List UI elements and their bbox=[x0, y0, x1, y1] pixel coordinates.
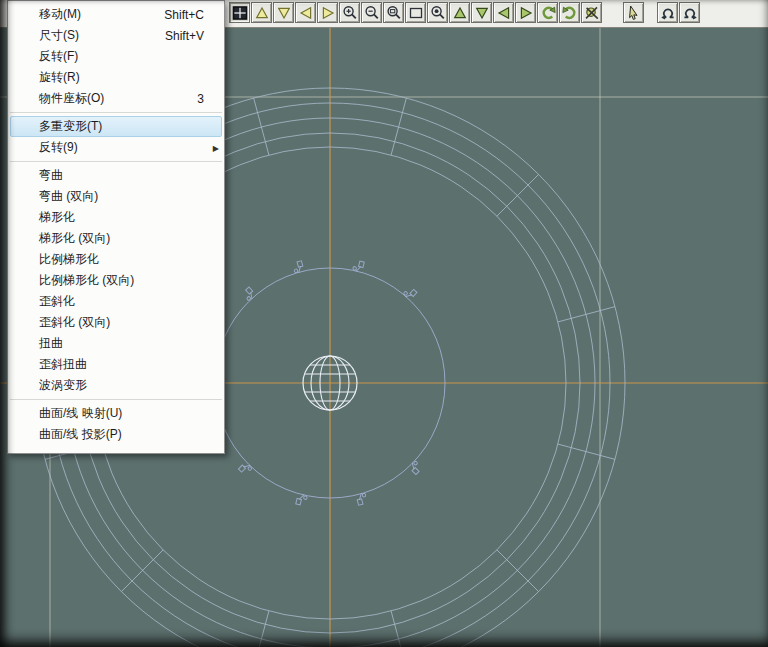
transform-context-menu: 移动(M)Shift+C尺寸(S)Shift+V反转(F)旋转(R)物件座标(O… bbox=[7, 0, 225, 454]
zoom-in-button[interactable] bbox=[339, 2, 360, 23]
menu-item-flip-9[interactable]: 反转(9)▶ bbox=[8, 137, 224, 158]
roll-ccw-button[interactable] bbox=[537, 2, 558, 23]
menu-item-label: 弯曲 bbox=[39, 167, 63, 184]
zoom-window-button[interactable] bbox=[383, 2, 404, 23]
rotate-left-button[interactable] bbox=[493, 2, 514, 23]
menu-item-shortcut: Shift+V bbox=[165, 29, 218, 43]
menu-item-label: 歪斜化 (双向) bbox=[39, 314, 110, 331]
menu-item-skew-twist[interactable]: 歪斜扭曲 bbox=[8, 354, 224, 375]
pan-left-button[interactable] bbox=[295, 2, 316, 23]
viewport-grid-icon bbox=[232, 5, 248, 21]
menu-item-label: 物件座标(O) bbox=[39, 90, 104, 107]
roll-cw-icon bbox=[562, 5, 578, 21]
menu-item-label: 移动(M) bbox=[39, 6, 81, 23]
menu-item-skew-bidirectional[interactable]: 歪斜化 (双向) bbox=[8, 312, 224, 333]
menu-item-flip[interactable]: 反转(F) bbox=[8, 46, 224, 67]
menu-item-shortcut: 3 bbox=[197, 92, 218, 106]
menu-item-proportional-taper-bidirectional[interactable]: 比例梯形化 (双向) bbox=[8, 270, 224, 291]
menu-item-multi-transform[interactable]: 多重变形(T) bbox=[10, 116, 222, 137]
zoom-rectangle-icon bbox=[408, 5, 424, 21]
menu-item-object-coordinates[interactable]: 物件座标(O)3 bbox=[8, 88, 224, 109]
menu-item-proportional-taper[interactable]: 比例梯形化 bbox=[8, 249, 224, 270]
app-window: 移动(M)Shift+C尺寸(S)Shift+V反转(F)旋转(R)物件座标(O… bbox=[0, 0, 768, 647]
menu-item-bend[interactable]: 弯曲 bbox=[8, 165, 224, 186]
menu-item-label: 梯形化 (双向) bbox=[39, 230, 110, 247]
menu-item-label: 梯形化 bbox=[39, 209, 75, 226]
menu-item-label: 多重变形(T) bbox=[39, 118, 102, 135]
menu-item-rotate[interactable]: 旋转(R) bbox=[8, 67, 224, 88]
submenu-arrow-icon: ▶ bbox=[213, 143, 219, 152]
menu-item-skew[interactable]: 歪斜化 bbox=[8, 291, 224, 312]
roll-cw-button[interactable] bbox=[559, 2, 580, 23]
menu-item-label: 反转(F) bbox=[39, 48, 78, 65]
menu-item-label: 扭曲 bbox=[39, 335, 63, 352]
viewport-grid-button[interactable] bbox=[229, 2, 250, 23]
zoom-selected-icon bbox=[430, 5, 446, 21]
menu-item-twist[interactable]: 扭曲 bbox=[8, 333, 224, 354]
menu-item-label: 比例梯形化 (双向) bbox=[39, 272, 134, 289]
pan-left-icon bbox=[298, 5, 314, 21]
rotate-up-button[interactable] bbox=[449, 2, 470, 23]
zoom-in-icon bbox=[342, 5, 358, 21]
zoom-out-icon bbox=[364, 5, 380, 21]
rotate-down-icon bbox=[474, 5, 490, 21]
menu-item-bend-bidirectional[interactable]: 弯曲 (双向) bbox=[8, 186, 224, 207]
undo-button[interactable] bbox=[657, 2, 678, 23]
rotate-down-button[interactable] bbox=[471, 2, 492, 23]
menu-item-surface-curve-project[interactable]: 曲面/线 投影(P) bbox=[8, 424, 224, 445]
menu-item-vortex-deform[interactable]: 波涡变形 bbox=[8, 375, 224, 396]
no-rotate-button[interactable] bbox=[581, 2, 602, 23]
rotate-up-icon bbox=[452, 5, 468, 21]
redo-icon bbox=[682, 5, 698, 21]
menu-item-label: 比例梯形化 bbox=[39, 251, 99, 268]
pan-up-icon bbox=[254, 5, 270, 21]
no-rotate-icon bbox=[584, 5, 600, 21]
pan-down-icon bbox=[276, 5, 292, 21]
roll-ccw-icon bbox=[540, 5, 556, 21]
menu-item-label: 歪斜化 bbox=[39, 293, 75, 310]
pan-right-icon bbox=[320, 5, 336, 21]
menu-item-move[interactable]: 移动(M)Shift+C bbox=[8, 4, 224, 25]
menu-item-taper-bidirectional[interactable]: 梯形化 (双向) bbox=[8, 228, 224, 249]
toolbar-button-strip bbox=[229, 2, 701, 23]
menu-item-label: 曲面/线 投影(P) bbox=[39, 426, 122, 443]
menu-item-label: 尺寸(S) bbox=[39, 27, 79, 44]
rotate-left-icon bbox=[496, 5, 512, 21]
undo-icon bbox=[660, 5, 676, 21]
zoom-window-icon bbox=[386, 5, 402, 21]
pan-right-button[interactable] bbox=[317, 2, 338, 23]
menu-item-label: 弯曲 (双向) bbox=[39, 188, 98, 205]
menu-separator bbox=[10, 399, 222, 400]
menu-item-taper[interactable]: 梯形化 bbox=[8, 207, 224, 228]
cursor-button[interactable] bbox=[623, 2, 644, 23]
menu-item-label: 旋转(R) bbox=[39, 69, 80, 86]
pan-down-button[interactable] bbox=[273, 2, 294, 23]
menu-item-label: 曲面/线 映射(U) bbox=[39, 405, 122, 422]
menu-separator bbox=[10, 161, 222, 162]
rotate-right-button[interactable] bbox=[515, 2, 536, 23]
zoom-out-button[interactable] bbox=[361, 2, 382, 23]
redo-button[interactable] bbox=[679, 2, 700, 23]
menu-item-size[interactable]: 尺寸(S)Shift+V bbox=[8, 25, 224, 46]
menu-item-surface-curve-map[interactable]: 曲面/线 映射(U) bbox=[8, 403, 224, 424]
menu-item-label: 波涡变形 bbox=[39, 377, 87, 394]
zoom-selected-button[interactable] bbox=[427, 2, 448, 23]
menu-item-label: 反转(9) bbox=[39, 139, 78, 156]
menu-separator bbox=[10, 112, 222, 113]
pan-up-button[interactable] bbox=[251, 2, 272, 23]
zoom-rectangle-button[interactable] bbox=[405, 2, 426, 23]
rotate-right-icon bbox=[518, 5, 534, 21]
menu-item-shortcut: Shift+C bbox=[164, 8, 218, 22]
menu-item-label: 歪斜扭曲 bbox=[39, 356, 87, 373]
cursor-icon bbox=[626, 5, 642, 21]
